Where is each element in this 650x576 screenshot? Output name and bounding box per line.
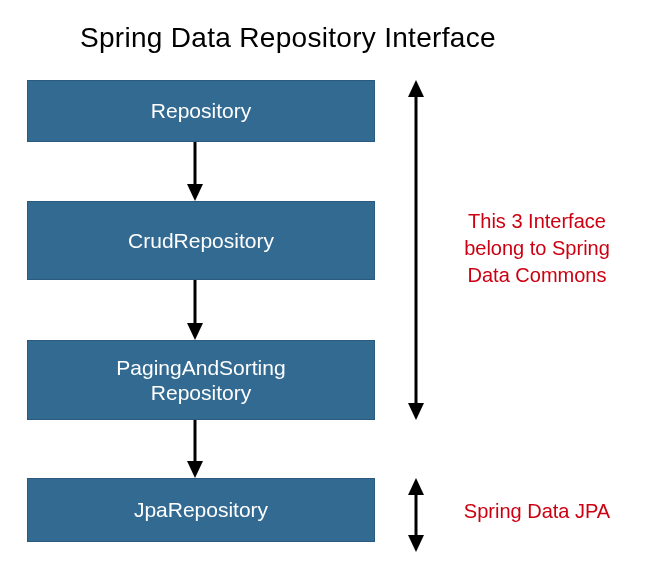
svg-marker-8 [408, 403, 424, 420]
box-paging-sorting-repository: PagingAndSorting Repository [27, 340, 375, 420]
annotation-jpa: Spring Data JPA [447, 498, 627, 525]
box-crud-repository: CrudRepository [27, 201, 375, 280]
bracket-commons [404, 80, 428, 424]
diagram-title: Spring Data Repository Interface [80, 22, 496, 54]
box-paging-sorting-repository-label: PagingAndSorting Repository [116, 355, 285, 405]
box-jpa-repository-label: JpaRepository [134, 498, 268, 522]
annotation-commons: This 3 Interface belong to Spring Data C… [447, 208, 627, 289]
box-jpa-repository: JpaRepository [27, 478, 375, 542]
box-crud-repository-label: CrudRepository [128, 229, 274, 253]
svg-marker-5 [187, 461, 203, 478]
box-repository: Repository [27, 80, 375, 142]
svg-marker-1 [187, 184, 203, 201]
bracket-jpa [404, 478, 428, 556]
svg-marker-3 [187, 323, 203, 340]
svg-marker-11 [408, 535, 424, 552]
box-repository-label: Repository [151, 99, 251, 123]
